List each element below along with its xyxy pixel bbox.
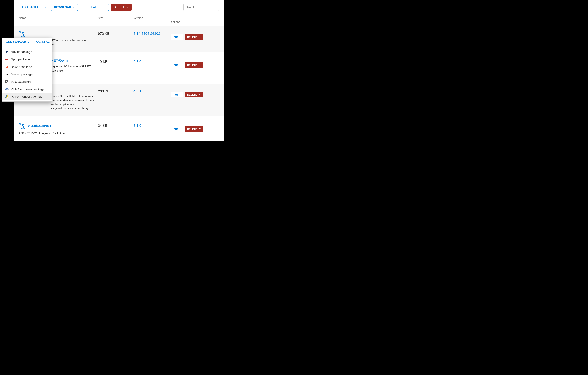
package-description: ASP.NET MVC4 Integration for Autofac (19, 131, 95, 136)
download-label: DOWNLOA (36, 41, 50, 44)
download-button[interactable]: DOWNLOAD (51, 4, 78, 11)
svg-point-11 (7, 52, 8, 53)
menu-item-nuget[interactable]: NuGet package (2, 48, 52, 56)
col-name-header: Name (19, 17, 98, 24)
delete-button[interactable]: DELETE (111, 4, 132, 11)
svg-point-17 (6, 66, 7, 67)
push-button[interactable]: PUSH (171, 34, 183, 40)
table-header: Name Size Version Actions (14, 14, 224, 26)
menu-item-bower[interactable]: Bower package (2, 63, 52, 71)
menu-item-php[interactable]: php PHP Composer package (2, 86, 52, 93)
svg-point-6 (22, 125, 23, 126)
chevron-down-icon (73, 7, 74, 8)
row-delete-button[interactable]: DELETE (185, 62, 203, 68)
row-delete-button[interactable]: DELETE (185, 126, 203, 132)
menu-item-maven[interactable]: m Maven package (2, 71, 52, 78)
svg-rect-14 (6, 59, 6, 60)
npm-icon (5, 58, 9, 61)
delete-label: DELETE (187, 128, 197, 130)
svg-point-7 (23, 126, 24, 128)
delete-label: DELETE (114, 6, 125, 9)
package-version[interactable]: 2.3.0 (134, 58, 171, 64)
push-button[interactable]: PUSH (171, 62, 183, 68)
package-version[interactable]: 4.8.1 (134, 88, 171, 93)
package-size: 24 KB (98, 122, 134, 128)
package-size: 972 KB (98, 30, 134, 36)
php-icon: php (5, 87, 9, 91)
svg-point-22 (7, 97, 8, 98)
add-package-label: ADD PACKAGE (6, 41, 26, 44)
menu-item-label: Bower package (11, 65, 32, 69)
svg-point-2 (22, 33, 23, 34)
python-icon (5, 95, 9, 98)
overlay-add-package-button[interactable]: ADD PACKAGE (4, 40, 32, 45)
nuget-icon (19, 30, 26, 37)
add-package-button[interactable]: ADD PACKAGE (19, 4, 49, 11)
package-description: ner for Microsoft .NET. It manages the d… (51, 94, 95, 107)
package-description-line2: ey grow in size and complexity. (51, 106, 95, 111)
menu-item-label: Vsix extension (11, 80, 31, 84)
menu-item-vsix[interactable]: Vsix extension (2, 78, 52, 86)
add-package-dropdown: ADD PACKAGE DOWNLOA NuGet package Npm pa… (2, 38, 52, 102)
menu-item-label: PHP Composer package (11, 87, 45, 91)
delete-label: DELETE (187, 64, 197, 66)
chevron-down-icon (104, 7, 106, 8)
package-size: 263 KB (98, 88, 134, 93)
package-type-menu: NuGet package Npm package Bower package … (2, 47, 52, 101)
vsix-icon (5, 80, 9, 84)
col-size-header: Size (98, 17, 134, 24)
chevron-down-icon (199, 94, 201, 95)
svg-point-21 (6, 96, 6, 96)
overlay-toolbar: ADD PACKAGE DOWNLOA (2, 38, 52, 47)
col-version-header: Version (134, 17, 171, 24)
package-description-line2: 0 (51, 73, 95, 77)
svg-point-0 (20, 31, 21, 32)
search-input[interactable] (183, 4, 219, 11)
chevron-down-icon (199, 37, 201, 38)
menu-item-label: Npm package (11, 58, 30, 61)
menu-item-label: NuGet package (11, 50, 32, 54)
bower-icon (5, 65, 9, 69)
package-version[interactable]: 5.14.5506.26202 (134, 30, 171, 36)
download-label: DOWNLOAD (54, 6, 71, 9)
menu-item-npm[interactable]: Npm package (2, 56, 52, 63)
chevron-down-icon (199, 64, 201, 65)
chevron-down-icon (127, 7, 128, 8)
menu-item-label: Python Wheel package (11, 95, 42, 98)
chevron-down-icon (44, 7, 46, 8)
svg-point-8 (6, 51, 6, 52)
package-size: 19 KB (98, 58, 134, 64)
menu-item-label: Maven package (11, 73, 32, 76)
toolbar: ADD PACKAGE DOWNLOAD PUSH LATEST DELETE (14, 0, 224, 14)
svg-text:php: php (6, 89, 8, 90)
package-description: tegrate Auth0 into your ASP.NET Applicat… (51, 64, 95, 73)
table-row: Autofac.Mvc4 ASP.NET MVC4 Integration fo… (14, 116, 224, 141)
push-button[interactable]: PUSH (171, 92, 183, 97)
add-package-label: ADD PACKAGE (22, 6, 42, 9)
svg-point-3 (23, 34, 24, 36)
push-button[interactable]: PUSH (171, 126, 183, 132)
delete-label: DELETE (187, 36, 197, 38)
chevron-down-icon (28, 42, 29, 43)
nuget-icon (5, 50, 9, 54)
row-delete-button[interactable]: DELETE (185, 92, 203, 97)
svg-rect-15 (7, 59, 7, 60)
row-delete-button[interactable]: DELETE (185, 34, 203, 40)
svg-point-4 (20, 123, 21, 124)
maven-icon: m (5, 73, 9, 76)
overlay-download-button[interactable]: DOWNLOA (33, 40, 50, 45)
package-name[interactable]: Autofac.Mvc4 (28, 124, 51, 128)
push-latest-button[interactable]: PUSH LATEST (80, 4, 109, 11)
package-name[interactable]: NET-Owin (51, 58, 68, 63)
svg-point-10 (7, 52, 7, 52)
col-actions-header: Actions (171, 17, 219, 24)
nuget-icon (19, 122, 26, 129)
menu-item-python[interactable]: Python Wheel package (2, 93, 52, 100)
push-latest-label: PUSH LATEST (83, 6, 102, 9)
chevron-down-icon (199, 129, 201, 129)
svg-rect-16 (7, 59, 8, 60)
package-version[interactable]: 3.1.0 (134, 122, 171, 128)
delete-label: DELETE (187, 93, 197, 96)
